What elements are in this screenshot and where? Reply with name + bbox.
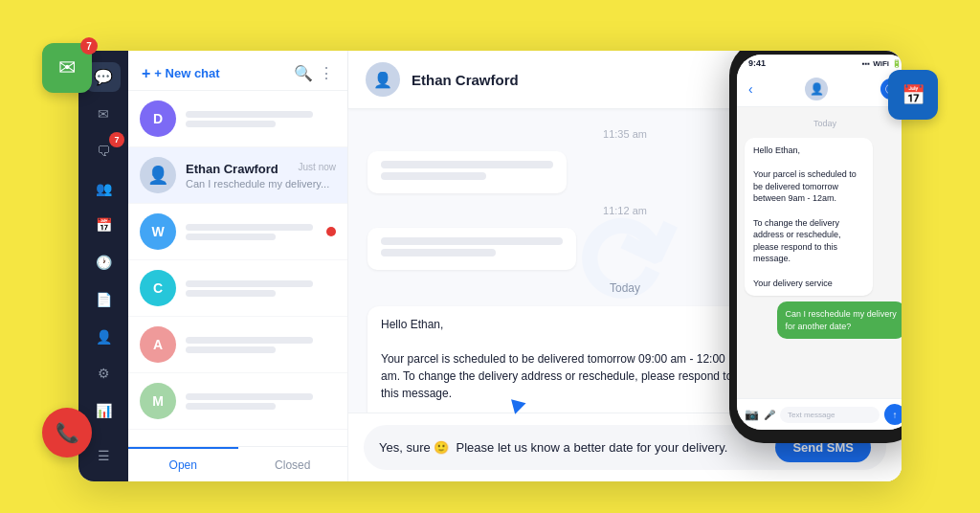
preview-bar: [186, 224, 313, 231]
sidebar-item-settings[interactable]: ⚙: [86, 359, 121, 389]
new-chat-label: + New chat: [154, 66, 219, 80]
sidebar-item-history[interactable]: 🕐: [86, 248, 121, 278]
battery-icon: 🔋: [892, 59, 902, 68]
sidebar-item-documents[interactable]: 📄: [86, 284, 121, 314]
message-text: Hello Ethan,Your parcel is scheduled to …: [381, 316, 741, 413]
message-placeholder-group: [368, 151, 567, 193]
users-icon: 👥: [96, 181, 112, 196]
contact-name: Ethan Crawford: [412, 72, 519, 88]
float-mail-button[interactable]: ✉ 7: [42, 43, 92, 93]
audio-icon[interactable]: 🎤: [764, 410, 775, 420]
chat-name: Ethan Crawford Just now: [186, 162, 336, 176]
preview-bar: [186, 111, 313, 118]
mail-icon: ✉: [58, 56, 76, 80]
more-icon[interactable]: ⋮: [319, 64, 334, 82]
phone-messages: Today Hello Ethan, Your parcel is schedu…: [737, 107, 902, 398]
wifi-icon: WiFi: [873, 59, 889, 68]
chat-info: [186, 278, 336, 299]
chat-info: [186, 334, 336, 355]
new-chat-button[interactable]: + + New chat: [142, 65, 286, 82]
calendar-icon: 📅: [96, 217, 112, 233]
avatar: 👤: [140, 157, 176, 193]
phone-sent-bubble: Can I reschedule my delivery for another…: [777, 301, 902, 339]
preview-bar: [186, 290, 276, 297]
list-item[interactable]: W: [128, 204, 347, 260]
sidebar-item-users[interactable]: 👥: [86, 173, 121, 203]
list-item[interactable]: D: [128, 91, 347, 147]
list-item[interactable]: 👤 Ethan Crawford Just now Can I reschedu…: [128, 147, 347, 204]
phone-send-button[interactable]: ↑: [884, 404, 902, 425]
phone-screen: 9:41 ▪▪▪ WiFi 🔋 ‹ 👤 ⓘ Today: [737, 55, 902, 430]
list-item[interactable]: C: [128, 260, 347, 317]
chat-input-field[interactable]: [379, 440, 766, 455]
sidebar-item-team[interactable]: 👤: [86, 322, 121, 351]
preview-bar: [186, 403, 276, 410]
preview-bar: [186, 337, 313, 344]
team-icon: 👤: [96, 329, 112, 345]
mail-badge: 7: [80, 37, 98, 55]
phone-date-label: Today: [745, 119, 902, 128]
phone-nav-bar: ‹ 👤 ⓘ: [737, 72, 902, 107]
phone-input-bar: 📷 🎤 Text message ↑: [737, 398, 902, 430]
phone-input-placeholder: Text message: [788, 411, 835, 419]
phone-time: 9:41: [748, 58, 766, 68]
contact-avatar-small: 👤: [805, 78, 828, 100]
sidebar-item-analytics[interactable]: 📊: [86, 396, 121, 426]
menu-icon: ☰: [98, 448, 110, 463]
chat-info: [186, 221, 336, 242]
notification-badge: 7: [109, 132, 124, 147]
avatar: C: [140, 270, 176, 306]
preview-bar: [186, 234, 276, 240]
chat-main: 👤 Ethan Crawford ⟳ 11:35 am 11:12 am: [348, 51, 902, 481]
camera-icon[interactable]: 📷: [745, 408, 759, 421]
list-item[interactable]: A: [128, 317, 347, 373]
tab-closed[interactable]: Closed: [238, 447, 348, 481]
back-icon[interactable]: ‹: [748, 81, 753, 97]
phone-status-bar: 9:41 ▪▪▪ WiFi 🔋: [737, 55, 902, 72]
phone-input-field[interactable]: Text message: [780, 407, 880, 423]
signal-icon: ▪▪▪: [862, 59, 871, 68]
sidebar-item-calendar[interactable]: 📅: [86, 211, 121, 240]
app-window: 💬 ✉ 🗨 7 👥 📅 🕐 📄 👤: [78, 51, 902, 481]
avatar: W: [140, 213, 176, 250]
calendar-icon: 📅: [902, 83, 925, 106]
tab-open[interactable]: Open: [128, 447, 238, 481]
avatar-icon: 👤: [373, 71, 392, 89]
plus-icon: +: [142, 65, 150, 82]
chat-info: [186, 108, 336, 129]
document-icon: 📄: [96, 292, 112, 307]
phone-received-bubble: Hello Ethan, Your parcel is scheduled to…: [745, 138, 873, 296]
mail-icon: ✉: [98, 106, 109, 122]
sidebar-item-mail[interactable]: ✉: [86, 100, 121, 129]
chat-tabs: Open Closed: [128, 446, 347, 481]
unread-dot: [326, 227, 336, 236]
float-calendar-button[interactable]: 📅: [888, 70, 938, 120]
avatar: D: [140, 100, 176, 137]
list-item[interactable]: M: [128, 373, 347, 430]
avatar: A: [140, 326, 176, 363]
avatar: M: [140, 383, 176, 419]
analytics-icon: 📊: [96, 403, 112, 418]
phone-mockup: 9:41 ▪▪▪ WiFi 🔋 ‹ 👤 ⓘ Today: [729, 51, 902, 443]
history-icon: 🕐: [96, 255, 112, 270]
phone-status-icons: ▪▪▪ WiFi 🔋: [862, 59, 902, 68]
chat-info: [186, 390, 336, 412]
outer-wrapper: ✉ 7 📞 📅 💬 ✉ 🗨 7 👥 📅: [50, 22, 930, 491]
preview-bar: [186, 280, 313, 287]
settings-icon: ⚙: [98, 366, 110, 381]
message-bubble: Hello Ethan,Your parcel is scheduled to …: [368, 306, 754, 413]
chat-info: Ethan Crawford Just now Can I reschedule…: [186, 162, 336, 190]
float-phone-button[interactable]: 📞: [42, 408, 92, 457]
chat-list-actions: 🔍 ⋮: [294, 64, 334, 82]
message-placeholder-group: [368, 228, 576, 270]
search-icon[interactable]: 🔍: [294, 64, 313, 82]
chat-preview: Can I reschedule my delivery...: [186, 178, 336, 190]
sidebar-menu-toggle[interactable]: ☰: [86, 440, 121, 470]
preview-bar: [186, 121, 276, 127]
preview-bar: [186, 393, 313, 400]
chat-list-panel: + + New chat 🔍 ⋮ D: [128, 51, 348, 481]
chat-list-header: + + New chat 🔍 ⋮: [128, 51, 347, 91]
phone-icon: 📞: [56, 421, 79, 444]
sidebar-item-notifications[interactable]: 🗨 7: [86, 136, 121, 166]
chat-items: D 👤 Ethan Crawford Just now: [128, 91, 347, 446]
